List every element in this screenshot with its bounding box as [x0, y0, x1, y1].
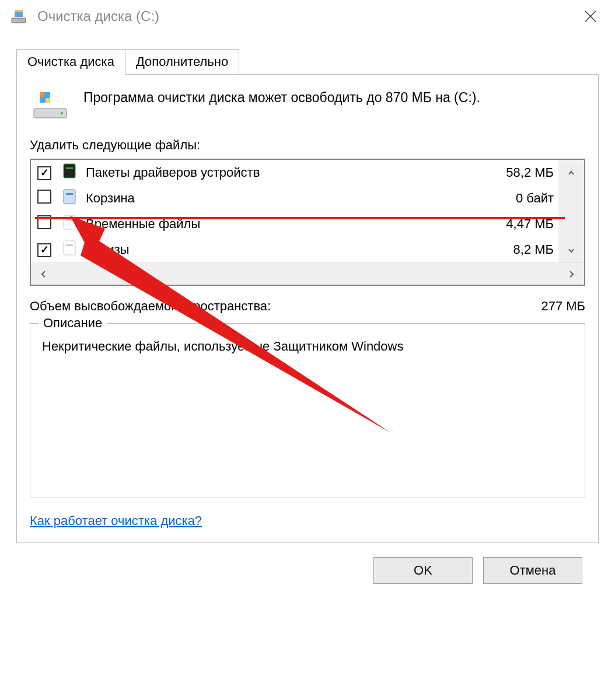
file-checkbox[interactable]	[37, 243, 51, 257]
file-name: Корзина	[81, 186, 445, 211]
total-row: Объем высвобождаемого пространства: 277 …	[30, 299, 585, 314]
vertical-scrollbar-segment[interactable]	[558, 211, 584, 237]
svg-rect-15	[66, 219, 73, 220]
total-label: Объем высвобождаемого пространства:	[30, 299, 271, 314]
svg-rect-16	[64, 241, 75, 255]
total-value: 277 МБ	[541, 299, 585, 314]
svg-rect-0	[12, 18, 26, 23]
svg-rect-13	[66, 193, 73, 195]
titlebar: Очистка диска (C:)	[0, 0, 615, 33]
scroll-right-icon[interactable]	[558, 263, 584, 285]
disk-cleanup-icon	[8, 6, 29, 27]
file-type-icon	[58, 237, 81, 262]
description-group: Описание Некритические файлы, используем…	[30, 323, 585, 498]
file-size: 0 байт	[445, 186, 558, 211]
file-type-icon	[58, 211, 81, 237]
dialog-body: Очистка диска Дополнительно Программа оч…	[0, 33, 615, 584]
svg-point-6	[61, 112, 63, 114]
summary-row: Программа очистки диска может освободить…	[30, 88, 585, 123]
tab-strip: Очистка диска Дополнительно	[16, 49, 599, 75]
file-checkbox[interactable]	[37, 215, 51, 229]
scroll-left-icon[interactable]	[31, 263, 57, 285]
drive-icon	[30, 88, 71, 123]
svg-rect-12	[64, 190, 75, 204]
svg-rect-9	[46, 98, 50, 103]
file-name: Эскизы	[81, 237, 445, 262]
svg-rect-10	[64, 164, 75, 178]
close-button[interactable]	[574, 5, 607, 28]
svg-rect-14	[64, 215, 75, 229]
ok-button[interactable]: OK	[373, 557, 473, 584]
file-list-row[interactable]: Временные файлы4,47 МБ	[31, 211, 584, 237]
tab-panel-cleanup: Программа очистки диска может освободить…	[16, 74, 599, 543]
description-legend: Описание	[39, 316, 107, 331]
files-label: Удалить следующие файлы:	[30, 138, 585, 153]
file-size: 8,2 МБ	[445, 237, 558, 262]
scrollbar-track[interactable]	[57, 263, 558, 285]
svg-rect-17	[66, 244, 73, 246]
svg-rect-2	[15, 10, 23, 12]
file-size: 4,47 МБ	[445, 211, 558, 237]
summary-text: Программа очистки диска может освободить…	[83, 88, 480, 108]
file-size: 58,2 МБ	[445, 160, 558, 186]
description-body: Некритические файлы, используемые Защитн…	[42, 335, 573, 354]
tab-more-options[interactable]: Дополнительно	[125, 49, 239, 75]
file-type-icon	[58, 160, 81, 186]
file-list-row[interactable]: Пакеты драйверов устройств58,2 МБ	[31, 160, 584, 186]
file-list-row[interactable]: Корзина0 байт	[31, 186, 584, 211]
file-list: Пакеты драйверов устройств58,2 МБКорзина…	[30, 159, 585, 286]
window-title: Очистка диска (C:)	[37, 8, 159, 24]
vertical-scrollbar-segment[interactable]	[558, 237, 584, 262]
file-checkbox[interactable]	[37, 166, 51, 180]
cancel-button[interactable]: Отмена	[483, 557, 582, 584]
file-name: Пакеты драйверов устройств	[81, 160, 445, 186]
svg-rect-11	[66, 167, 73, 169]
vertical-scrollbar-segment[interactable]	[558, 160, 584, 186]
close-icon	[584, 10, 597, 23]
file-list-row[interactable]: Эскизы8,2 МБ	[31, 237, 584, 262]
vertical-scrollbar-segment[interactable]	[558, 186, 584, 211]
tab-cleanup[interactable]: Очистка диска	[16, 49, 125, 75]
horizontal-scrollbar[interactable]	[31, 262, 584, 285]
help-link[interactable]: Как работает очистка диска?	[30, 513, 202, 528]
file-name: Временные файлы	[81, 211, 445, 237]
file-type-icon	[58, 186, 81, 211]
svg-rect-8	[40, 92, 44, 97]
file-checkbox[interactable]	[37, 190, 51, 204]
button-row: OK Отмена	[16, 543, 599, 584]
